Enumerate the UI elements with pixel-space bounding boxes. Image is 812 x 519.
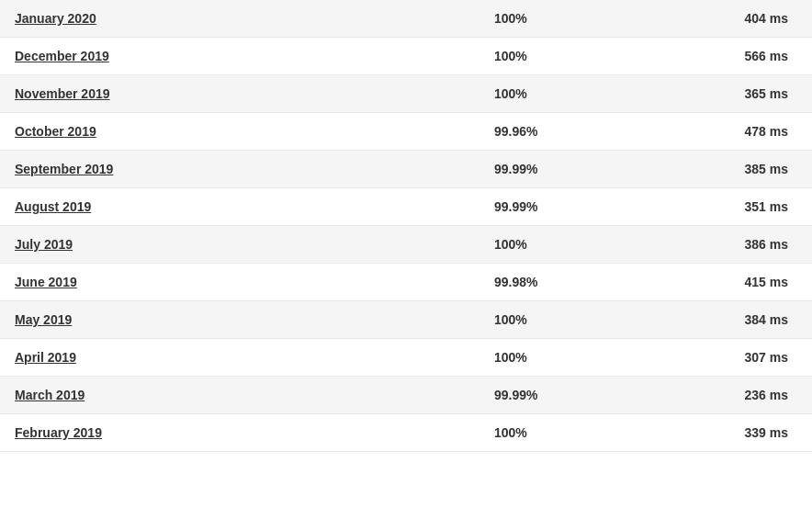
response-value: 404 ms [745,11,788,26]
month-link[interactable]: February 2019 [15,425,102,440]
response-column: 339 ms [660,425,797,440]
response-column: 385 ms [660,162,797,176]
month-link[interactable]: August 2019 [15,199,91,214]
table-row: June 201999.98%415 ms [0,264,812,301]
uptime-column: 100% [476,11,660,26]
month-link[interactable]: May 2019 [15,312,72,327]
uptime-column: 99.99% [476,388,660,402]
uptime-value: 100% [494,312,527,327]
uptime-value: 100% [494,49,527,63]
month-column: September 2019 [15,162,476,176]
response-column: 386 ms [660,237,797,252]
month-link[interactable]: October 2019 [15,124,96,139]
month-link[interactable]: September 2019 [15,162,113,176]
response-value: 415 ms [745,275,788,289]
month-column: January 2020 [15,11,476,26]
uptime-value: 100% [494,11,527,26]
uptime-column: 99.98% [476,275,660,289]
uptime-column: 99.99% [476,199,660,214]
uptime-column: 100% [476,425,660,440]
response-column: 404 ms [660,11,797,26]
response-value: 566 ms [745,49,788,63]
uptime-column: 100% [476,350,660,365]
month-link[interactable]: July 2019 [15,237,73,252]
table-row: February 2019100%339 ms [0,414,812,452]
table-row: October 201999.96%478 ms [0,113,812,151]
uptime-column: 100% [476,86,660,101]
month-link[interactable]: March 2019 [15,388,85,402]
response-column: 236 ms [660,388,797,402]
table-row: August 201999.99%351 ms [0,188,812,226]
uptime-value: 99.99% [494,388,537,402]
table-row: September 201999.99%385 ms [0,151,812,188]
response-column: 478 ms [660,124,797,139]
table-row: May 2019100%384 ms [0,301,812,339]
uptime-value: 100% [494,350,527,365]
uptime-column: 99.96% [476,124,660,139]
month-link[interactable]: December 2019 [15,49,109,63]
month-column: March 2019 [15,388,476,402]
response-value: 478 ms [745,124,788,139]
uptime-column: 100% [476,237,660,252]
month-column: October 2019 [15,124,476,139]
response-column: 415 ms [660,275,797,289]
uptime-table: January 2020100%404 msDecember 2019100%5… [0,0,812,452]
uptime-value: 100% [494,425,527,440]
uptime-value: 99.99% [494,199,537,214]
uptime-value: 99.99% [494,162,537,176]
month-column: May 2019 [15,312,476,327]
response-value: 385 ms [745,162,788,176]
response-value: 386 ms [745,237,788,252]
month-column: November 2019 [15,86,476,101]
uptime-column: 99.99% [476,162,660,176]
table-row: December 2019100%566 ms [0,38,812,75]
month-column: August 2019 [15,199,476,214]
uptime-value: 100% [494,237,527,252]
table-row: April 2019100%307 ms [0,339,812,377]
table-row: July 2019100%386 ms [0,226,812,264]
response-column: 351 ms [660,199,797,214]
month-link[interactable]: April 2019 [15,350,76,365]
response-value: 384 ms [745,312,788,327]
response-column: 566 ms [660,49,797,63]
response-value: 365 ms [745,86,788,101]
response-column: 307 ms [660,350,797,365]
uptime-column: 100% [476,49,660,63]
month-link[interactable]: November 2019 [15,86,110,101]
month-column: June 2019 [15,275,476,289]
table-row: January 2020100%404 ms [0,0,812,38]
uptime-value: 99.96% [494,124,537,139]
uptime-value: 99.98% [494,275,537,289]
response-value: 339 ms [745,425,788,440]
month-link[interactable]: June 2019 [15,275,77,289]
response-value: 236 ms [745,388,788,402]
month-column: April 2019 [15,350,476,365]
response-value: 351 ms [745,199,788,214]
month-column: July 2019 [15,237,476,252]
month-column: December 2019 [15,49,476,63]
response-column: 384 ms [660,312,797,327]
response-value: 307 ms [745,350,788,365]
table-row: March 201999.99%236 ms [0,377,812,414]
month-column: February 2019 [15,425,476,440]
uptime-value: 100% [494,86,527,101]
month-link[interactable]: January 2020 [15,11,96,26]
response-column: 365 ms [660,86,797,101]
uptime-column: 100% [476,312,660,327]
table-row: November 2019100%365 ms [0,75,812,113]
